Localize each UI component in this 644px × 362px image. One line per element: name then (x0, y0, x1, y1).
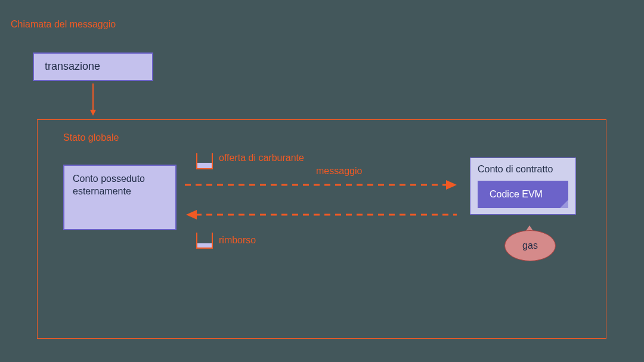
transaction-label: transazione (45, 60, 100, 73)
svg-marker-1 (90, 110, 96, 116)
fuel-offer-label: offerta di carburante (219, 152, 304, 163)
svg-marker-4 (446, 180, 457, 190)
diagram-title: Chiamata del messaggio (11, 19, 116, 30)
fuel-bucket-icon (196, 152, 213, 171)
transaction-box: transazione (33, 52, 153, 81)
external-account-box: Conto posseduto esternamente (63, 165, 177, 230)
gas-label: gas (522, 240, 538, 251)
refund-label: rimborso (219, 235, 256, 246)
evm-code-label: Codice EVM (490, 189, 543, 199)
svg-marker-6 (186, 210, 197, 219)
refund-bucket-icon (196, 231, 213, 250)
external-account-label: Conto posseduto esternamente (73, 173, 167, 198)
message-label: messaggio (316, 166, 362, 177)
svg-rect-7 (197, 243, 212, 247)
page-fold-icon (560, 200, 568, 208)
gas-ellipse: gas (504, 230, 556, 261)
evm-code-box: Codice EVM (478, 181, 568, 208)
global-state-label: Stato globale (63, 132, 119, 143)
arrow-message-right-icon (185, 179, 458, 191)
arrow-down-icon (88, 83, 98, 117)
contract-account-box: Conto di contratto Codice EVM (470, 157, 576, 215)
svg-rect-2 (197, 163, 212, 168)
contract-account-title: Conto di contratto (478, 164, 568, 175)
arrow-return-left-icon (185, 209, 458, 221)
